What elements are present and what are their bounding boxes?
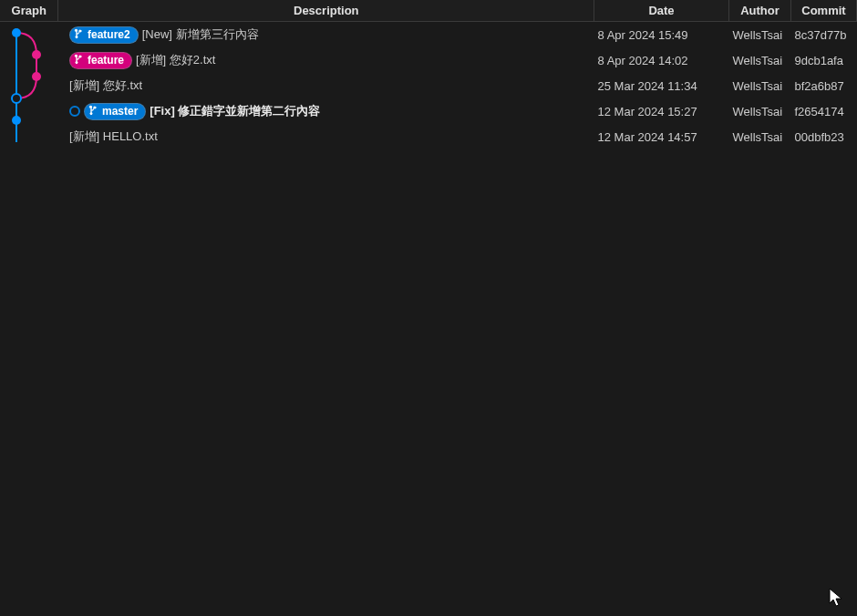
svg-point-6 <box>90 106 92 108</box>
commit-message: [新增] 您好2.txt <box>136 52 215 68</box>
date-cell: 25 Mar 2024 11:34 <box>594 73 729 98</box>
table-header-row: Graph Description Date Author Commit <box>0 0 857 22</box>
svg-point-8 <box>94 106 96 108</box>
header-description[interactable]: Description <box>58 0 594 22</box>
commit-hash-cell: bf2a6b87 <box>790 73 856 98</box>
commit-hash-cell: f2654174 <box>790 98 856 124</box>
author-cell: WellsTsai <box>728 124 790 149</box>
commit-row[interactable]: master[Fix] 修正錯字並新增第二行內容12 Mar 2024 15:2… <box>0 98 857 124</box>
graph-cell <box>0 124 58 149</box>
date-cell: 12 Mar 2024 14:57 <box>594 124 729 149</box>
svg-point-3 <box>76 55 77 56</box>
mouse-cursor-icon <box>828 587 844 609</box>
graph-cell <box>0 47 58 73</box>
commit-hash-cell: 9dcb1afa <box>790 47 856 73</box>
commit-hash-cell: 8c37d77b <box>790 22 856 48</box>
svg-point-5 <box>79 55 81 56</box>
header-author[interactable]: Author <box>728 0 790 22</box>
description-cell: [新增] HELLO.txt <box>66 126 587 148</box>
svg-point-4 <box>76 61 77 63</box>
branch-icon <box>74 54 85 67</box>
svg-point-7 <box>90 112 92 114</box>
commit-message: [New] 新增第三行內容 <box>142 26 259 43</box>
date-cell: 8 Apr 2024 15:49 <box>594 22 729 48</box>
description-cell: master[Fix] 修正錯字並新增第二行內容 <box>66 100 587 122</box>
commit-row[interactable]: feature[新增] 您好2.txt8 Apr 2024 14:02Wells… <box>0 47 857 73</box>
branch-tag[interactable]: feature2 <box>69 26 139 44</box>
branch-label: feature2 <box>88 28 130 41</box>
branch-icon <box>74 28 85 42</box>
description-cell: [新增] 您好.txt <box>66 75 587 97</box>
commit-message: [新增] 您好.txt <box>69 77 142 94</box>
commit-row[interactable]: [新增] HELLO.txt12 Mar 2024 14:57WellsTsai… <box>0 124 857 149</box>
commit-message: [新增] HELLO.txt <box>69 128 158 145</box>
header-commit[interactable]: Commit <box>790 0 856 22</box>
description-cell: feature2[New] 新增第三行內容 <box>66 24 587 46</box>
branch-label: master <box>102 105 138 118</box>
svg-point-2 <box>79 29 81 31</box>
header-graph[interactable]: Graph <box>0 0 58 22</box>
svg-point-1 <box>76 36 77 37</box>
author-cell: WellsTsai <box>728 73 790 98</box>
author-cell: WellsTsai <box>728 98 790 124</box>
graph-cell <box>0 73 58 98</box>
author-cell: WellsTsai <box>728 22 790 48</box>
branch-tag[interactable]: master <box>84 103 146 120</box>
graph-cell <box>0 22 58 48</box>
description-cell: feature[新增] 您好2.txt <box>66 49 587 71</box>
commit-row[interactable]: feature2[New] 新增第三行內容8 Apr 2024 15:49Wel… <box>0 22 857 48</box>
svg-point-0 <box>76 29 77 31</box>
branch-tag[interactable]: feature <box>69 52 132 69</box>
commit-table: Graph Description Date Author Commit fea… <box>0 0 857 149</box>
commit-row[interactable]: [新增] 您好.txt25 Mar 2024 11:34WellsTsaibf2… <box>0 73 857 98</box>
branch-icon <box>88 105 99 118</box>
commit-message: [Fix] 修正錯字並新增第二行內容 <box>150 103 320 119</box>
graph-cell <box>0 98 58 124</box>
header-date[interactable]: Date <box>594 0 729 22</box>
branch-label: feature <box>88 54 124 67</box>
head-marker-icon <box>69 106 80 117</box>
commit-hash-cell: 00dbfb23 <box>790 124 856 149</box>
author-cell: WellsTsai <box>728 47 790 73</box>
date-cell: 8 Apr 2024 14:02 <box>594 47 729 73</box>
date-cell: 12 Mar 2024 15:27 <box>594 98 729 124</box>
